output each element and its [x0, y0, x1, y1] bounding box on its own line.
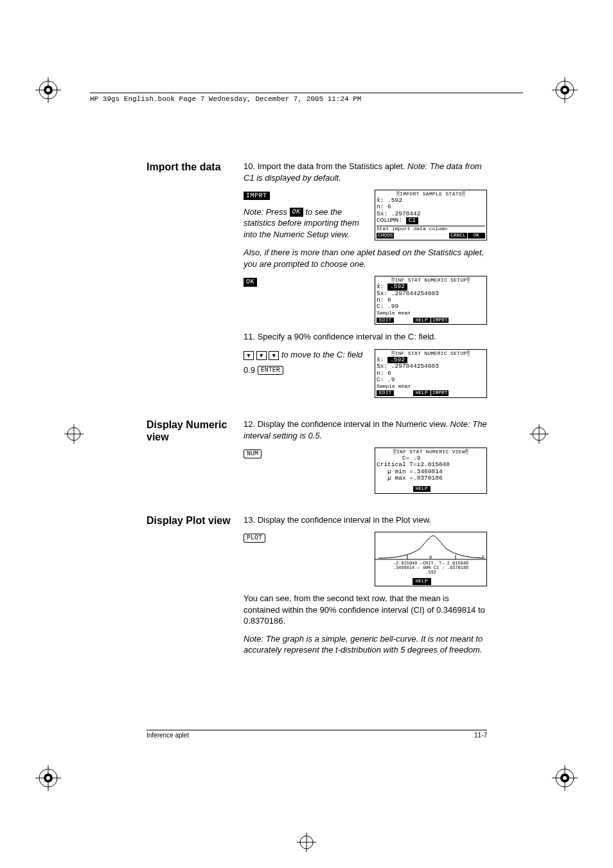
section-label-plot: Display Plot view	[147, 514, 233, 662]
crop-mark-icon	[64, 424, 84, 444]
footer-left: Inference aplet	[147, 732, 189, 739]
softkey-imprt: IMPRT	[244, 192, 270, 201]
section-label-import: Import the data	[147, 161, 233, 404]
print-header: HP 39gs English.book Page 7 Wednesday, D…	[90, 93, 523, 103]
crop-mark-icon	[297, 833, 316, 852]
key-plot: PLOT	[244, 534, 265, 543]
plot-paragraph: You can see, from the second text row, t…	[244, 593, 487, 627]
svg-point-14	[46, 776, 50, 780]
crop-mark-icon	[35, 765, 61, 791]
down-arrow-icon: ▼	[269, 351, 279, 360]
calc-screen-setup2: ▒INF STAT NUMERIC SETUP▒ x̄: .592 Sx: .2…	[375, 349, 487, 398]
step-10-text: 10. Import the data from the Statistics …	[244, 161, 407, 171]
svg-point-9	[563, 88, 567, 92]
crop-mark-icon	[35, 77, 61, 103]
svg-text:T: T	[482, 555, 484, 560]
footer-right: 11-7	[474, 732, 487, 739]
plot-note: Note: The graph is a simple, generic bel…	[244, 633, 487, 656]
move-note: to move to the C: field	[281, 350, 362, 359]
calc-screen-import-sample: ▒IMPORT SAMPLE STATS▒ x̄: .592 n: 6 Sx: …	[375, 190, 487, 240]
section-label-numeric: Display Numeric view	[147, 419, 233, 500]
down-arrow-icon: ▼	[256, 351, 267, 360]
svg-point-19	[563, 776, 567, 780]
step-13-text: 13. Display the confidence interval in t…	[244, 514, 487, 526]
softkey-ok: OK	[290, 208, 303, 217]
step-12-text: 12. Display the confidence interval in t…	[244, 419, 450, 429]
calc-screen-setup1: ▒INF STAT NUMERIC SETUP▒ x̄: .592 Sx: .2…	[375, 276, 487, 325]
book-header-text: HP 39gs English.book Page 7 Wednesday, D…	[90, 95, 361, 103]
crop-mark-icon	[552, 765, 578, 791]
key-enter: ENTER	[258, 366, 283, 375]
step-11-text: 11. Specify a 90% confidence interval in…	[244, 331, 487, 343]
key-num: NUM	[244, 449, 262, 458]
calc-screen-numeric-view: ▒INF STAT NUMERIC VIEW▒ C= .9 Critical T…	[375, 448, 487, 493]
note-also: Also, if there is more than one aplet ba…	[244, 247, 487, 269]
calc-screen-plot-view: 0 T -2.015048 ←CRIT. T→ 2.015048 .346981…	[375, 532, 487, 586]
svg-text:0: 0	[429, 555, 432, 560]
softkey-ok-2: OK	[244, 278, 257, 287]
bell-curve-icon: 0 T	[375, 532, 486, 561]
crop-mark-icon	[552, 77, 578, 103]
down-arrow-icon: ▼	[244, 351, 254, 360]
page-footer: Inference aplet 11-7	[147, 730, 487, 739]
svg-point-4	[46, 88, 50, 92]
value-09: 0.9	[244, 365, 255, 375]
crop-mark-icon	[529, 424, 549, 444]
note-press-prefix: Note: Press	[244, 207, 290, 217]
